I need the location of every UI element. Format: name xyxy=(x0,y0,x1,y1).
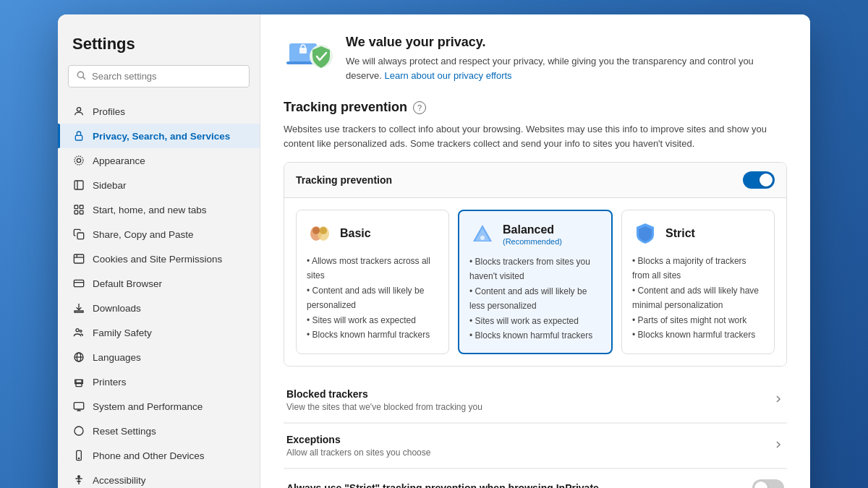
sidebar-item-profiles[interactable]: Profiles xyxy=(58,99,260,124)
sidebar-item-system[interactable]: System and Performance xyxy=(58,394,260,419)
svg-rect-3 xyxy=(75,135,82,140)
sidebar-item-cookies[interactable]: Cookies and Site Permissions xyxy=(58,247,260,271)
svg-point-19 xyxy=(80,330,82,333)
sidebar-title: Settings xyxy=(58,35,260,65)
exceptions-desc: Allow all trackers on sites you choose xyxy=(286,448,430,458)
svg-rect-11 xyxy=(80,210,83,214)
tracking-card-header: Tracking prevention xyxy=(284,163,786,198)
sidebar-item-printers[interactable]: Printers xyxy=(58,369,260,394)
privacy-icon xyxy=(284,35,334,78)
sidebar-item-default-browser[interactable]: Default Browser xyxy=(58,271,260,296)
svg-rect-24 xyxy=(74,403,83,409)
chevron-icon xyxy=(773,439,784,453)
feature-item: Blocks known harmful trackers xyxy=(469,328,601,343)
start-icon xyxy=(72,203,85,216)
option-strict[interactable]: StrictBlocks a majority of trackers from… xyxy=(621,210,775,354)
chevron-icon xyxy=(773,393,784,408)
sidebar-item-accessibility[interactable]: Accessibility xyxy=(58,468,260,488)
strict-row-label: Always use "Strict" tracking prevention … xyxy=(286,482,599,488)
phone-icon xyxy=(72,449,85,462)
sidebar-item-start[interactable]: Start, home, and new tabs xyxy=(58,197,260,222)
privacy-icon xyxy=(72,129,85,142)
section-header: Tracking prevention ? xyxy=(284,100,787,115)
sidebar-item-sidebar[interactable]: Sidebar xyxy=(58,173,260,197)
feature-item: Content and ads will likely be personali… xyxy=(307,283,438,313)
privacy-link[interactable]: Learn about our privacy efforts xyxy=(385,70,512,81)
start-label: Start, home, and new tabs xyxy=(93,205,207,215)
feature-item: Blocks known harmful trackers xyxy=(632,328,764,342)
system-label: System and Performance xyxy=(93,401,203,412)
svg-point-2 xyxy=(77,108,80,111)
downloads-label: Downloads xyxy=(93,303,141,314)
sidebar-item-privacy[interactable]: Privacy, Search, and Services xyxy=(58,124,260,148)
svg-point-4 xyxy=(77,158,80,162)
sidebar-item-share[interactable]: Share, Copy and Paste xyxy=(58,222,260,247)
privacy-banner: We value your privacy. We will always pr… xyxy=(284,35,787,82)
reset-icon xyxy=(72,424,85,437)
accessibility-icon xyxy=(72,474,85,487)
prevention-options: BasicAllows most trackers across all sit… xyxy=(284,198,786,366)
search-input[interactable] xyxy=(92,71,242,82)
svg-point-18 xyxy=(76,329,79,332)
feature-item: Blocks trackers from sites you haven't v… xyxy=(469,254,601,284)
feature-item: Parts of sites might not work xyxy=(632,313,764,328)
printers-label: Printers xyxy=(93,377,127,388)
feature-item: Blocks a majority of trackers from all s… xyxy=(632,254,764,283)
settings-window: Settings ProfilesPrivacy, Search, and Se… xyxy=(58,14,810,488)
basic-option-icon xyxy=(307,221,333,247)
exceptions-title: Exceptions xyxy=(286,434,430,445)
option-basic[interactable]: BasicAllows most trackers across all sit… xyxy=(296,210,449,354)
tracking-toggle[interactable] xyxy=(743,171,775,189)
sidebar-item-languages[interactable]: Languages xyxy=(58,345,260,369)
strict-option-name: Strict xyxy=(665,227,695,240)
strict-toggle[interactable] xyxy=(752,479,784,488)
sidebar-item-appearance[interactable]: Appearance xyxy=(58,148,260,173)
feature-item: Sites will work as expected xyxy=(469,314,601,328)
cookies-label: Cookies and Site Permissions xyxy=(93,254,222,265)
search-icon xyxy=(76,70,86,82)
svg-point-29 xyxy=(78,458,79,458)
svg-rect-37 xyxy=(299,48,307,53)
sidebar: Settings ProfilesPrivacy, Search, and Se… xyxy=(58,14,260,488)
accessibility-label: Accessibility xyxy=(93,475,146,486)
svg-rect-9 xyxy=(80,205,83,209)
svg-rect-6 xyxy=(75,181,83,189)
sidebar-item-phone[interactable]: Phone and Other Devices xyxy=(58,443,260,468)
feature-item: Blocks known harmful trackers xyxy=(307,328,438,342)
tracking-card-title: Tracking prevention xyxy=(296,174,392,186)
blocked-trackers-title: Blocked trackers xyxy=(286,388,482,400)
privacy-desc: We will always protect and respect your … xyxy=(346,54,787,82)
sidebar-icon xyxy=(72,179,85,192)
svg-line-1 xyxy=(83,77,85,80)
system-icon xyxy=(72,400,85,413)
sidebar-item-downloads[interactable]: Downloads xyxy=(58,296,260,320)
blocked-trackers-desc: View the sites that we've blocked from t… xyxy=(286,402,482,412)
share-icon xyxy=(72,228,85,241)
search-box[interactable] xyxy=(68,65,250,87)
svg-rect-10 xyxy=(75,210,78,214)
svg-point-40 xyxy=(312,227,320,234)
feature-item: Content and ads will likely be less pers… xyxy=(469,284,601,314)
printers-icon xyxy=(72,375,85,388)
share-label: Share, Copy and Paste xyxy=(93,229,194,240)
tracking-card: Tracking prevention BasicAllows most tra… xyxy=(284,162,787,367)
sidebar-item-reset[interactable]: Reset Settings xyxy=(58,419,260,443)
strict-row: Always use "Strict" tracking prevention … xyxy=(284,469,787,488)
svg-rect-12 xyxy=(77,233,84,239)
privacy-text: We value your privacy. We will always pr… xyxy=(346,35,787,82)
balanced-option-name: Balanced xyxy=(503,223,562,236)
sidebar-item-family[interactable]: Family Safety xyxy=(58,320,260,345)
list-item-exceptions[interactable]: ExceptionsAllow all trackers on sites yo… xyxy=(284,424,787,468)
strict-option-icon xyxy=(632,221,658,247)
svg-point-27 xyxy=(75,427,83,435)
option-balanced[interactable]: Balanced(Recommended)Blocks trackers fro… xyxy=(458,210,613,354)
default-browser-icon xyxy=(72,277,85,290)
languages-label: Languages xyxy=(93,352,141,363)
svg-point-0 xyxy=(77,72,83,77)
privacy-title: We value your privacy. xyxy=(346,35,787,50)
svg-rect-8 xyxy=(75,205,78,209)
help-icon[interactable]: ? xyxy=(413,101,426,114)
svg-rect-16 xyxy=(74,280,83,286)
section-description: Websites use trackers to collect info ab… xyxy=(284,122,787,150)
list-item-blocked-trackers[interactable]: Blocked trackersView the sites that we'v… xyxy=(284,378,787,423)
